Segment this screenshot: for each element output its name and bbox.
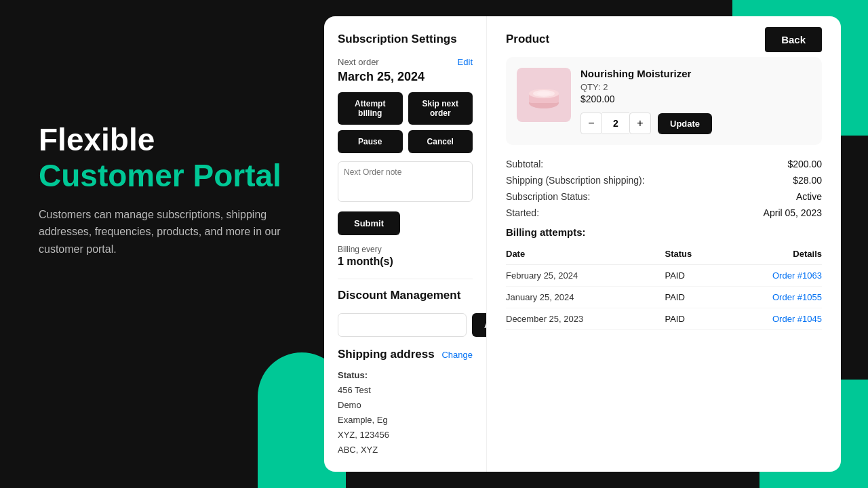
product-name: Nourishing Moisturizer [580, 68, 811, 79]
col-date: Date [506, 249, 665, 265]
hero-description: Customers can manage subscriptions, ship… [39, 206, 283, 258]
col-details: Details [720, 249, 822, 265]
submit-button[interactable]: Submit [338, 211, 400, 235]
discount-row: Apply [338, 313, 473, 337]
hero-title-line1: Flexible [39, 122, 155, 157]
card-right-column: Product Nourishing Moisturizer QTY: 2 $2… [487, 16, 841, 472]
table-row: December 25, 2023PAIDOrder #1045 [506, 308, 822, 330]
order-link[interactable]: Order #1055 [772, 292, 822, 302]
status-row: Subscription Status: Active [506, 191, 822, 202]
shipping-header: Shipping address Change [338, 348, 473, 361]
shipping-row: Shipping (Subscription shipping): $28.00 [506, 175, 822, 186]
next-order-note-textarea[interactable] [338, 161, 473, 202]
edit-link[interactable]: Edit [458, 57, 473, 67]
back-button[interactable]: Back [765, 27, 822, 52]
main-card: Subscription Settings Next order Edit Ma… [324, 16, 841, 472]
shipping-line-3: Example, Eg [338, 415, 388, 425]
order-link[interactable]: Order #1063 [772, 270, 822, 281]
update-button[interactable]: Update [658, 113, 712, 134]
product-qty: QTY: 2 [580, 82, 811, 92]
billing-table-body: February 25, 2024PAIDOrder #1063January … [506, 265, 822, 330]
apply-button[interactable]: Apply [472, 313, 487, 337]
billing-status: PAID [665, 287, 720, 308]
table-row: January 25, 2024PAIDOrder #1055 [506, 287, 822, 308]
pause-button[interactable]: Pause [338, 130, 403, 153]
divider-1 [338, 279, 473, 279]
hero-title: Flexible Customer Portal [39, 122, 303, 194]
billing-date: January 25, 2024 [506, 287, 665, 308]
billing-every-label: Billing every [338, 245, 473, 254]
billing-attempts-label: Billing attempts: [506, 226, 822, 238]
subtotal-label: Subtotal: [506, 159, 543, 169]
card-left-column: Subscription Settings Next order Edit Ma… [324, 16, 487, 472]
billing-status: PAID [665, 308, 720, 330]
started-row: Started: April 05, 2023 [506, 207, 822, 218]
shipping-line-2: Demo [338, 400, 361, 410]
billing-date: December 25, 2023 [506, 308, 665, 330]
table-row: February 25, 2024PAIDOrder #1063 [506, 265, 822, 287]
billing-status: PAID [665, 265, 720, 287]
billing-frequency: 1 month(s) [338, 256, 473, 268]
billing-table-head: Date Status Details [506, 249, 822, 265]
billing-table: Date Status Details February 25, 2024PAI… [506, 249, 822, 330]
started-value: April 05, 2023 [764, 207, 822, 218]
qty-increase-button[interactable]: + [629, 113, 651, 134]
col-status: Status [665, 249, 720, 265]
status-value: Active [796, 191, 822, 202]
product-price: $200.00 [580, 94, 811, 104]
shipping-line-1: 456 Test [338, 385, 371, 395]
next-order-row: Next order Edit [338, 57, 473, 67]
shipping-line-4: XYZ, 123456 [338, 430, 389, 440]
qty-control: − + Update [580, 113, 811, 134]
left-panel: Flexible Customer Portal Customers can m… [39, 122, 303, 258]
svg-point-4 [537, 92, 551, 96]
hero-title-line2: Customer Portal [39, 158, 281, 193]
discount-input[interactable] [338, 313, 467, 337]
billing-date: February 25, 2024 [506, 265, 665, 287]
change-address-link[interactable]: Change [441, 350, 473, 360]
shipping-address: Status:456 TestDemoExample, EgXYZ, 12345… [338, 368, 473, 458]
product-image-svg [524, 75, 564, 115]
shipping-status-label: Status: [338, 370, 368, 380]
shipping-label: Shipping (Subscription shipping): [506, 175, 645, 186]
qty-decrease-button[interactable]: − [580, 113, 602, 134]
discount-section-title: Discount Management [338, 289, 473, 302]
subtotal-row: Subtotal: $200.00 [506, 159, 822, 169]
started-label: Started: [506, 207, 539, 218]
qty-input[interactable] [602, 113, 629, 134]
product-card: Nourishing Moisturizer QTY: 2 $200.00 − … [506, 57, 822, 145]
next-order-label: Next order [338, 57, 379, 67]
product-info: Nourishing Moisturizer QTY: 2 $200.00 − … [580, 68, 811, 134]
status-label: Subscription Status: [506, 191, 591, 202]
shipping-value: $28.00 [793, 175, 822, 186]
billing-table-header-row: Date Status Details [506, 249, 822, 265]
product-image [517, 68, 571, 122]
skip-next-order-button[interactable]: Skip next order [408, 92, 473, 125]
subtotal-value: $200.00 [787, 159, 822, 169]
subscription-settings-title: Subscription Settings [338, 33, 473, 46]
shipping-line-5: ABC, XYZ [338, 445, 378, 455]
shipping-section-title: Shipping address [338, 348, 435, 361]
attempt-billing-button[interactable]: Attempt billing [338, 92, 403, 125]
order-link[interactable]: Order #1045 [772, 314, 822, 324]
next-order-date: March 25, 2024 [338, 70, 473, 84]
cancel-button[interactable]: Cancel [408, 130, 473, 153]
action-btn-grid: Attempt billing Skip next order Pause Ca… [338, 92, 473, 153]
